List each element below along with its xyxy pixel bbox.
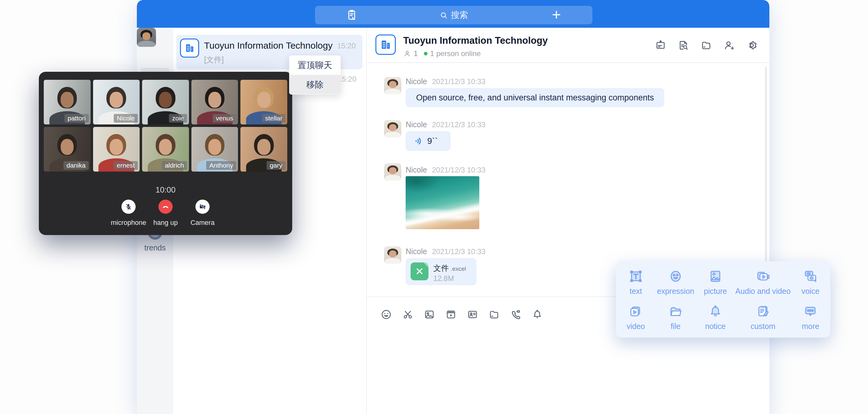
folder-icon[interactable]: [488, 309, 500, 320]
custom-message-icon: [755, 304, 771, 319]
camera-button[interactable]: Camera: [184, 200, 221, 227]
search-bar[interactable]: 搜索 +: [315, 6, 592, 24]
participant-tile: Anthony: [191, 127, 238, 171]
participant-name: patton: [64, 114, 89, 123]
building-icon: [379, 38, 392, 51]
sender-avatar[interactable]: [384, 120, 401, 137]
sender-name: Nicole: [406, 120, 427, 129]
audio-and-video-icon: [755, 268, 771, 284]
popup-item-voice[interactable]: voice: [790, 264, 830, 299]
video-call-icon[interactable]: [510, 309, 522, 320]
video-icon[interactable]: [445, 309, 457, 320]
popup-item-custom[interactable]: custom: [736, 299, 790, 335]
hang-up-button[interactable]: hang up: [147, 200, 184, 227]
microphone-button[interactable]: microphone: [110, 200, 147, 227]
camera-off-icon: [195, 200, 210, 214]
popup-item-notice[interactable]: notice: [695, 299, 735, 335]
screenshot-icon[interactable]: [402, 309, 414, 320]
popup-item-more[interactable]: more: [790, 299, 830, 335]
conversation-time: 15:20: [337, 41, 356, 50]
chat-header: Tuoyun Information Technology 1 1 person…: [367, 28, 769, 63]
message-type-popup: text expression picture: [616, 261, 830, 338]
image-icon[interactable]: [424, 309, 435, 320]
text-icon: [628, 268, 644, 284]
voice-message-bubble[interactable]: 9``: [406, 131, 451, 151]
text-message-bubble: Open source, free, and universal instant…: [406, 88, 664, 107]
file-folder-icon: [668, 304, 684, 319]
message-time: 2021/12/3 10:33: [432, 121, 486, 129]
message-time: 2021/12/3 10:33: [432, 77, 486, 86]
participant-name: ernest: [114, 161, 138, 170]
popup-item-expression[interactable]: expression: [656, 264, 695, 299]
participant-tile: zoie: [142, 80, 189, 124]
chat-record-search-icon[interactable]: [678, 39, 689, 51]
add-member-icon[interactable]: [723, 39, 735, 51]
sender-avatar[interactable]: [384, 77, 401, 94]
contact-card-icon[interactable]: [467, 309, 478, 320]
group-avatar: [180, 38, 199, 58]
participant-tile: stellar: [241, 80, 287, 124]
conversation-context-menu: 置顶聊天 移除: [289, 56, 341, 95]
participant-tile: danika: [44, 127, 91, 171]
participant-name: stellar: [262, 114, 285, 123]
menu-item-remove[interactable]: 移除: [289, 75, 341, 94]
group-call-window[interactable]: patton Nicole zoie venus stellar danika …: [39, 72, 292, 235]
conversation-title: Tuoyun Information Technology: [204, 40, 333, 51]
participant-name: Nicole: [114, 114, 138, 123]
search-placeholder: 搜索: [451, 9, 468, 21]
file-icon[interactable]: [700, 39, 712, 51]
popup-item-video[interactable]: video: [616, 299, 656, 335]
popup-item-file[interactable]: file: [656, 299, 695, 335]
excel-file-icon: ✕: [410, 262, 429, 280]
file-extension: .excel: [451, 265, 466, 272]
voice-wave-icon: [414, 136, 424, 146]
file-message-bubble[interactable]: ✕ 文件.excel 12.8M: [406, 258, 476, 285]
emoji-icon[interactable]: [380, 309, 392, 320]
participant-name: gary: [267, 161, 285, 170]
notice-bell-icon: [707, 304, 723, 319]
participant-name: danika: [63, 161, 89, 170]
popup-item-text[interactable]: text: [616, 264, 656, 299]
expression-icon: [668, 268, 684, 284]
call-controls: microphone hang up: [39, 200, 292, 227]
screen: 搜索 + trends: [0, 0, 868, 414]
participant-name: zoie: [169, 114, 187, 123]
participant-tile: patton: [44, 80, 91, 124]
participant-grid: patton Nicole zoie venus stellar danika …: [44, 80, 287, 171]
messages-scrollbar[interactable]: [765, 66, 767, 291]
popup-item-audio-and-video[interactable]: Audio and video: [736, 264, 790, 299]
chat-area: Tuoyun Information Technology 1 1 person…: [366, 28, 769, 414]
participant-tile: Nicole: [93, 80, 140, 124]
settings-icon[interactable]: [746, 39, 758, 51]
members-icon: [403, 50, 411, 58]
participant-tile: venus: [191, 80, 238, 124]
sender-avatar[interactable]: [384, 247, 401, 264]
message-time: 2021/12/3 10:33: [432, 166, 486, 174]
participant-tile: gary: [241, 127, 287, 171]
notice-icon[interactable]: [531, 309, 543, 320]
sender-avatar[interactable]: [384, 163, 401, 181]
popup-item-picture[interactable]: picture: [695, 264, 735, 299]
my-avatar[interactable]: [137, 28, 156, 47]
message-meta: Nicole2021/12/3 10:33: [406, 77, 486, 86]
announcement-icon[interactable]: [655, 39, 666, 51]
message-meta: Nicole2021/12/3 10:33: [406, 165, 486, 174]
image-message-beach-photo[interactable]: [406, 176, 479, 229]
conversation-last-message: [文件]: [204, 55, 224, 65]
chat-title: Tuoyun Information Technology: [403, 35, 548, 46]
camera-label: Camera: [190, 219, 215, 227]
more-icon: [802, 304, 818, 319]
chat-header-actions: [655, 39, 758, 51]
message-meta: Nicole2021/12/3 10:33: [406, 120, 486, 129]
add-button[interactable]: +: [549, 5, 564, 24]
top-bar: 搜索 +: [137, 0, 769, 28]
online-status: 1 person online: [430, 49, 480, 58]
participant-name: aldrich: [162, 161, 187, 170]
hang-up-label: hang up: [153, 219, 178, 227]
menu-item-pin-chat[interactable]: 置顶聊天: [289, 56, 341, 75]
building-icon: [184, 42, 195, 54]
voice-icon: [802, 268, 818, 284]
message-time: 2021/12/3 10:33: [432, 247, 486, 256]
trends-label: trends: [137, 243, 173, 252]
group-avatar: [375, 34, 396, 55]
